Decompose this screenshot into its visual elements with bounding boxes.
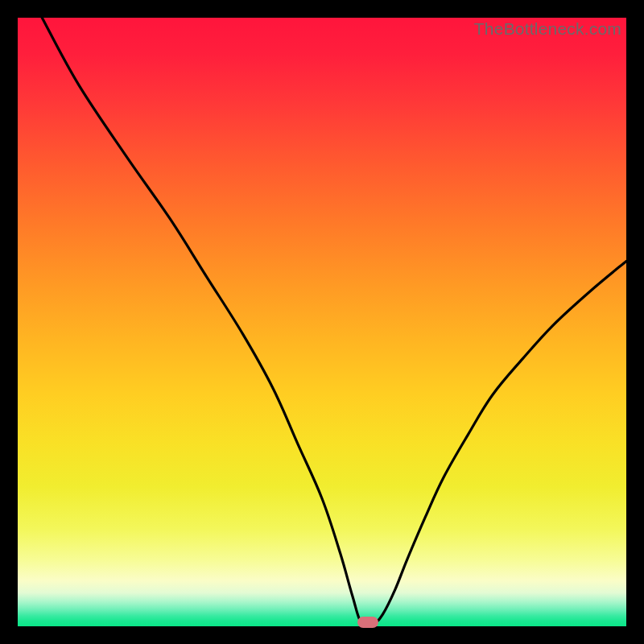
chart-frame: TheBottleneck.com bbox=[0, 0, 644, 644]
bottleneck-curve bbox=[18, 18, 626, 626]
minimum-marker bbox=[357, 617, 378, 628]
watermark-text: TheBottleneck.com bbox=[474, 19, 621, 39]
plot-area: TheBottleneck.com bbox=[18, 18, 626, 626]
